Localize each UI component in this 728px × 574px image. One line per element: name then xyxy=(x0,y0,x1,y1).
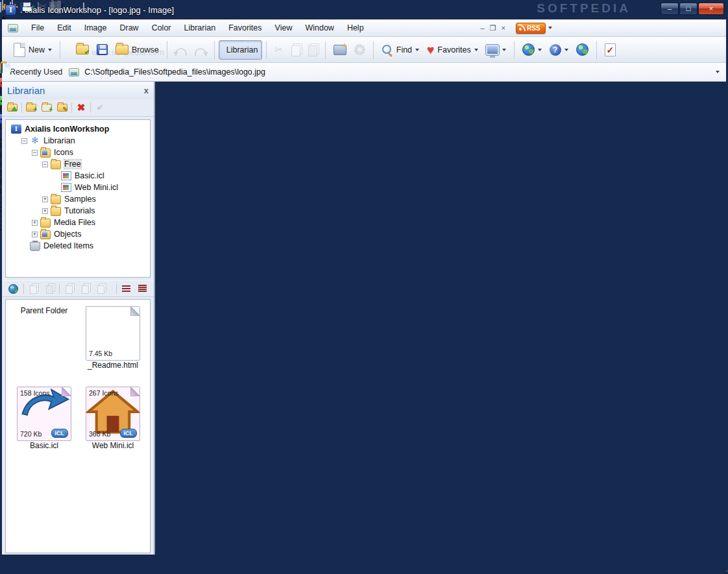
tree-item-web-mini-icl[interactable]: Web Mini.icl xyxy=(6,182,150,193)
extract-item-button[interactable] xyxy=(79,283,91,294)
menu-item-help[interactable]: Help xyxy=(341,20,370,36)
tree-item-label: Web Mini.icl xyxy=(75,183,118,192)
menu-item-draw[interactable]: Draw xyxy=(113,20,145,36)
mdi-restore-icon[interactable]: ❐ xyxy=(490,24,496,32)
menu-item-edit[interactable]: Edit xyxy=(51,20,78,36)
collapse-icon[interactable]: − xyxy=(32,150,38,156)
tree-item-free[interactable]: −Free xyxy=(6,158,150,170)
save-palette-button[interactable] xyxy=(1,63,3,73)
expand-icon[interactable]: + xyxy=(32,220,38,226)
new-from-image-button[interactable] xyxy=(64,40,72,60)
help-icon: ? xyxy=(550,44,561,56)
file-thumbnail-icon xyxy=(69,68,79,77)
tree-item-media-files[interactable]: +Media Files xyxy=(6,217,150,228)
layers-button[interactable] xyxy=(57,3,61,12)
file-item-web-mini-icl[interactable]: 267 Icons368 KbICLWeb Mini.icl xyxy=(79,387,147,467)
favorites-dropdown-icon[interactable] xyxy=(474,49,478,51)
menu-bar: FileEditImageDrawColorLibrarianFavorites… xyxy=(2,19,726,37)
copy-button[interactable] xyxy=(287,40,304,60)
delete-button[interactable]: ✖ xyxy=(75,102,88,114)
web-folder-button[interactable] xyxy=(7,283,20,294)
undo-button[interactable] xyxy=(171,40,191,60)
folder-up-button[interactable] xyxy=(6,102,19,114)
save-as-button[interactable]: + xyxy=(21,2,27,12)
new-dropdown-icon[interactable] xyxy=(48,49,52,51)
globe-download-icon xyxy=(576,43,588,56)
minimize-button[interactable]: – xyxy=(661,3,679,15)
view-list-button[interactable] xyxy=(120,283,133,294)
expand-icon[interactable]: + xyxy=(42,197,48,202)
tree-item-icons[interactable]: −Icons xyxy=(6,147,150,158)
find-dropdown-icon[interactable] xyxy=(415,49,419,51)
new-library-from-file-button[interactable]: + xyxy=(40,102,53,114)
add-item-button[interactable] xyxy=(63,283,76,294)
mdi-window-controls: –❐× xyxy=(481,24,505,32)
file-item-basic-icl[interactable]: 158 Icons720 KbICLBasic.icl xyxy=(10,387,79,467)
file-path[interactable]: C:\Softpedia_Files\Softpedia_files\image… xyxy=(84,67,265,77)
title-bar: SOFTPEDIA I Axialis IconWorkshop - [logo… xyxy=(0,0,728,19)
monitor-icon xyxy=(486,45,499,55)
tree-item-label: Samples xyxy=(64,195,96,204)
rss-button[interactable]: RSS xyxy=(516,23,546,34)
cut-image-button[interactable]: ✂ xyxy=(39,3,47,12)
favorites-button[interactable]: ♥ Favorites xyxy=(423,40,482,60)
mdi-close-icon[interactable]: × xyxy=(502,24,505,32)
apply-button[interactable]: ✔ xyxy=(93,102,106,114)
options-button[interactable] xyxy=(350,40,369,60)
copy-file-button[interactable] xyxy=(27,283,40,294)
tree-item-axialis-iconworkshop[interactable]: IAxialis IconWorkshop xyxy=(6,123,150,135)
web-dropdown-icon[interactable] xyxy=(538,49,542,51)
librarian-toggle-button[interactable]: Librarian xyxy=(219,40,263,60)
mdi-minimize-icon[interactable]: – xyxy=(481,24,485,32)
help-dropdown-icon[interactable] xyxy=(564,49,568,51)
tree-item-tutorials[interactable]: +Tutorials xyxy=(6,205,150,217)
tree-item-deleted-items[interactable]: Deleted Items xyxy=(6,240,150,252)
collapse-icon[interactable]: − xyxy=(21,138,27,144)
menu-item-librarian[interactable]: Librarian xyxy=(178,20,223,36)
rss-dropdown-icon[interactable] xyxy=(548,27,552,29)
view-details-button[interactable] xyxy=(136,283,149,294)
menu-item-image[interactable]: Image xyxy=(78,20,114,36)
convert-item-button[interactable] xyxy=(95,283,108,294)
help-button[interactable]: ? xyxy=(546,40,572,60)
new-library-button[interactable]: + xyxy=(25,102,38,114)
expand-icon[interactable]: + xyxy=(32,232,38,237)
cut-button[interactable]: ✂ xyxy=(271,40,287,60)
address-dropdown-icon[interactable] xyxy=(716,71,720,73)
close-button[interactable]: × xyxy=(698,3,724,15)
edit-library-button[interactable]: ✎ xyxy=(56,102,69,114)
wizard-button[interactable] xyxy=(330,40,350,60)
maximize-button[interactable]: □ xyxy=(679,3,698,15)
menu-item-file[interactable]: File xyxy=(25,20,51,36)
download-button[interactable] xyxy=(572,40,592,60)
file-item-parent-folder[interactable]: Parent Folder xyxy=(10,306,79,387)
menu-item-color[interactable]: Color xyxy=(145,20,178,36)
search-library-button[interactable] xyxy=(109,102,122,114)
find-icon xyxy=(382,44,393,56)
file-label: Basic.icl xyxy=(30,441,58,450)
panel-close-icon[interactable]: x xyxy=(144,86,149,95)
menu-item-favorites[interactable]: Favorites xyxy=(222,20,268,36)
file-item--readme-html[interactable]: 7.45 KbHTM_Readme.html xyxy=(79,306,147,387)
paste-button[interactable] xyxy=(304,40,321,60)
web-button[interactable] xyxy=(518,40,546,60)
display-button[interactable] xyxy=(482,40,510,60)
expand-icon[interactable]: + xyxy=(42,208,48,214)
find-button[interactable]: Find xyxy=(378,40,423,60)
new-button[interactable]: New xyxy=(10,40,56,60)
app-icon: I xyxy=(5,5,16,16)
tree-item-objects[interactable]: +Objects xyxy=(6,228,150,240)
collapse-icon[interactable]: − xyxy=(42,161,48,167)
display-dropdown-icon[interactable] xyxy=(502,49,506,51)
paste-file-button[interactable] xyxy=(43,283,56,294)
file-card: 158 Icons720 KbICL xyxy=(17,387,71,441)
tree-item-samples[interactable]: +Samples xyxy=(6,193,150,205)
menu-item-window[interactable]: Window xyxy=(298,20,340,36)
check-update-button[interactable]: ✓ xyxy=(601,40,620,60)
menu-item-view[interactable]: View xyxy=(269,20,299,36)
open-button[interactable]: ✔ xyxy=(72,40,93,60)
heart-icon: ♥ xyxy=(427,44,434,55)
tree-item-basic-icl[interactable]: Basic.icl xyxy=(6,170,150,182)
tree-item-librarian[interactable]: −✻Librarian xyxy=(6,135,150,147)
redo-button[interactable] xyxy=(191,40,210,60)
